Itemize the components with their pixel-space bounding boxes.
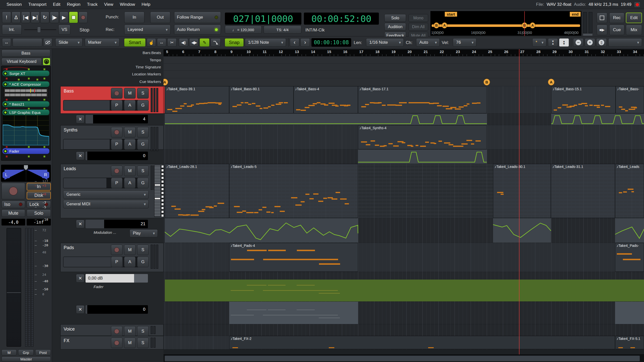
menu-help[interactable]: Help <box>142 2 150 7</box>
midi-scroomer[interactable] <box>154 165 161 217</box>
solo-iso-button[interactable]: Iso <box>2 201 25 208</box>
expand-tracks-button[interactable]: ▲▼ <box>559 38 569 47</box>
rec-mode-select[interactable]: Layered▼ <box>124 25 171 35</box>
solo-lock-button[interactable]: Lock <box>27 201 51 208</box>
ruler-label-4[interactable]: Cue Markers <box>139 79 161 84</box>
post-button[interactable]: Post <box>35 349 51 355</box>
processor-ace-compressor[interactable]: * ACE Compressor <box>2 81 50 87</box>
automation-hide-button-leads[interactable]: ✕ <box>76 220 85 228</box>
ruler-row-tempo[interactable] <box>164 57 644 64</box>
playhead[interactable] <box>519 49 519 354</box>
midi-mode-select[interactable]: General MIDI▼ <box>63 200 149 208</box>
track-playlist-button[interactable]: P <box>111 100 123 111</box>
channel-select[interactable]: Auto▼ <box>416 38 440 47</box>
follow-range-button[interactable]: Follow Range <box>174 12 221 23</box>
automation-slider-pads-2[interactable]: 0 <box>86 305 148 314</box>
processor-fader[interactable]: Fader <box>2 148 50 154</box>
mute-button[interactable]: Mute <box>2 209 25 217</box>
below-tracks[interactable] <box>164 349 644 354</box>
track-playlist-button[interactable]: P <box>111 257 123 267</box>
region-leads[interactable]: ♪Take4_Leads-30.1 <box>493 164 551 218</box>
region-bass[interactable]: ♪Take4_Bass-15.1 <box>551 86 616 113</box>
transport-record-button[interactable] <box>78 12 88 23</box>
zoom-out-button[interactable]: − <box>573 38 584 47</box>
track-group-button[interactable]: G <box>137 139 149 150</box>
meter-peak-reset[interactable] <box>583 34 592 36</box>
processor-surge-xt[interactable]: Surge XT <box>2 70 50 76</box>
track-automation-button[interactable]: A <box>124 178 136 188</box>
shrink-tracks-button[interactable]: ▼▲ <box>548 38 558 47</box>
automation-slider-synths[interactable]: 0 <box>86 152 148 160</box>
sync-int-button[interactable]: Int. <box>2 25 22 35</box>
transport-play-button[interactable]: ▶ <box>59 12 68 23</box>
time-signature-button[interactable]: TS: 4/4 <box>264 26 301 34</box>
pan-handle[interactable] <box>24 165 28 170</box>
minitl-marker-A[interactable]: A <box>530 22 535 28</box>
ruler-label-2[interactable]: Time Signature <box>136 65 161 69</box>
shuttle-track[interactable] <box>24 29 56 30</box>
track-automation-button[interactable]: A <box>124 257 136 267</box>
ruler-row-timesig[interactable] <box>164 64 644 71</box>
smart-tool-button[interactable]: Smart <box>124 38 146 47</box>
track-automation-button[interactable]: A <box>124 139 136 150</box>
track-header-voice[interactable]: VoiceMS <box>60 324 164 336</box>
scrollbar-thumb[interactable] <box>165 355 640 361</box>
midi-device-select[interactable]: Generic▼ <box>63 190 149 199</box>
menu-track[interactable]: Track <box>87 2 98 7</box>
horizontal-scrollbar[interactable] <box>164 354 644 362</box>
next-marker-button[interactable]: › <box>300 38 310 47</box>
track-record-button[interactable] <box>111 88 123 99</box>
end-marker-flag[interactable]: end <box>570 12 581 17</box>
transport-stop-button[interactable] <box>69 12 78 23</box>
start-marker-flag[interactable]: start <box>445 12 457 17</box>
track-playlist-button[interactable]: P <box>111 139 123 150</box>
range-tool-button[interactable]: ↔ <box>157 38 166 47</box>
velocity-select[interactable]: 76▼ <box>453 38 476 47</box>
processor-bass21[interactable]: * Bass21 <box>2 101 50 107</box>
track-name-label[interactable]: Leads <box>64 166 76 171</box>
track-mute-button[interactable]: M <box>124 88 136 99</box>
ruler-label-3[interactable]: Location Markers <box>132 72 161 76</box>
track-group-button[interactable]: G <box>137 100 149 111</box>
note-length-select[interactable]: 1/16 Note▼ <box>366 38 404 47</box>
grab-tool-button[interactable]: ☝ <box>147 38 156 47</box>
audition-tool-button[interactable]: ◀) <box>179 38 188 47</box>
minitl-marker-B[interactable]: B <box>434 22 439 28</box>
marker-mode-select[interactable]: Marker▼ <box>85 38 119 47</box>
processor-lsp-graphic-eq[interactable]: LSP Graphic Equa <box>2 109 50 115</box>
region-bass[interactable]: ♪Take4_Bass-39.1 <box>165 86 229 113</box>
track-solo-button[interactable]: S <box>137 245 149 255</box>
menu-region[interactable]: Region <box>67 2 80 7</box>
plugin-active-led[interactable] <box>4 72 7 75</box>
crop-window-button[interactable] <box>597 13 607 23</box>
mini-timeline[interactable]: startendBABA1|00|0016|00|0031|00|0046|00… <box>430 11 581 36</box>
transport-loop-button[interactable]: ↻ <box>40 12 49 23</box>
edit-page-button[interactable]: Edit <box>626 13 642 23</box>
track-automation-button[interactable]: A <box>124 100 136 111</box>
strip-track-name-button[interactable]: Bass <box>2 50 50 57</box>
smart-mode-select[interactable]: Slide▼ <box>55 38 83 47</box>
track-name-label[interactable]: Pads <box>64 245 74 250</box>
automation-hide-button-pads-2[interactable]: ✕ <box>76 305 85 314</box>
plugin-active-led[interactable] <box>4 149 7 153</box>
cue-marker-A[interactable]: A <box>548 79 554 85</box>
dim-all-button[interactable]: Dim All <box>409 23 428 31</box>
mouse-mode-fit-button[interactable]: ↔ <box>2 38 11 47</box>
menu-view[interactable]: View <box>104 2 113 7</box>
solo-button-strip[interactable]: Solo <box>27 209 51 217</box>
group-button[interactable]: Grp <box>18 349 34 355</box>
record-enable-button[interactable] <box>2 183 25 199</box>
ruler-label-1[interactable]: Tempo <box>150 58 161 62</box>
record-indicator-button[interactable] <box>634 2 640 8</box>
track-solo-button[interactable]: S <box>137 88 149 99</box>
fader-handle[interactable] <box>7 292 21 293</box>
monitor-section-button[interactable]: ■▶ <box>597 25 607 35</box>
region-leads[interactable]: ♪Take4_Leads-28.1 <box>165 164 229 218</box>
tempo-button[interactable]: ♩ = 120,000 <box>225 26 262 34</box>
track-header-pads[interactable]: PadsMSPAG <box>60 243 164 272</box>
monitor-disk-button[interactable]: Disk <box>27 192 51 199</box>
audition-button[interactable]: Audition <box>384 23 406 31</box>
track-header-synths[interactable]: SynthsMSPAG <box>60 125 164 150</box>
automation-hide-button-synths[interactable]: ✕ <box>76 152 85 160</box>
ruler-row-locations[interactable] <box>164 71 644 78</box>
